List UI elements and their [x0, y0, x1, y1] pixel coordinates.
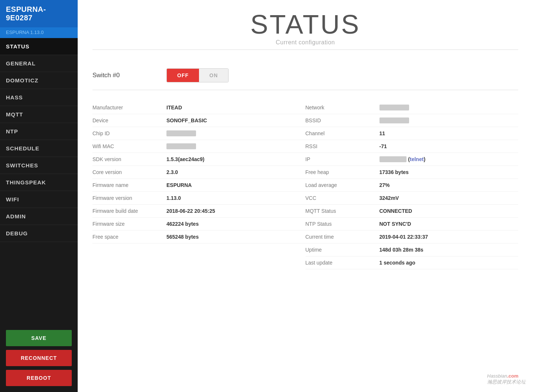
sidebar-item-wifi[interactable]: WIFI [0, 191, 78, 208]
right-info-row: RSSI-71 [306, 140, 519, 153]
info-key: Wifi MAC [92, 143, 166, 149]
right-info-row: Last update1 seconds ago [306, 256, 519, 269]
right-info-row: IP192.168.x.x (telnet) [306, 153, 519, 166]
sidebar-item-mqtt[interactable]: MQTT [0, 106, 78, 123]
info-key: BSSID [306, 117, 379, 123]
info-value: 2.3.0 [166, 169, 178, 175]
info-value: 1.5.3(aec24ac9) [166, 156, 205, 162]
left-info-row: Core version2.3.0 [92, 166, 306, 179]
sidebar-item-hass[interactable]: HASS [0, 89, 78, 106]
toggle-off-button[interactable]: OFF [167, 69, 199, 82]
info-key: Firmware name [92, 182, 166, 188]
reconnect-button[interactable]: RECONNECT [6, 350, 72, 366]
right-info-row: Free heap17336 bytes [306, 166, 519, 179]
info-key: MQTT Status [306, 208, 379, 214]
right-info-row: VCC3242mV [306, 192, 519, 205]
left-info-row: Firmware build date2018-06-22 20:45:25 [92, 205, 306, 218]
left-info-row: Firmware size462224 bytes [92, 218, 306, 231]
info-value: SONOFF_BASIC [166, 117, 207, 123]
right-info-row: NTP StatusNOT SYNC'D [306, 218, 519, 231]
sidebar-item-general[interactable]: GENERAL [0, 55, 78, 72]
info-value: NOT SYNC'D [379, 221, 411, 227]
left-info-row: Free space565248 bytes [92, 231, 306, 243]
info-value: 2019-04-01 22:33:37 [379, 234, 428, 240]
reboot-button[interactable]: REBOOT [6, 370, 72, 386]
info-key: Channel [306, 130, 379, 136]
sidebar-item-domoticz[interactable]: DOMOTICZ [0, 72, 78, 89]
sidebar-version: ESPURNA 1.13.0 [0, 27, 78, 38]
info-value: 1 seconds ago [379, 260, 415, 266]
save-button[interactable]: SAVE [6, 330, 72, 346]
info-key: Load average [306, 182, 379, 188]
sidebar-item-switches[interactable]: SWITCHES [0, 157, 78, 174]
switch-label: Switch #0 [92, 72, 166, 79]
info-value[interactable]: 192.168.x.x (telnet) [379, 156, 426, 162]
sidebar-item-schedule[interactable]: SCHEDULE [0, 140, 78, 157]
right-info-row: Current time2019-04-01 22:33:37 [306, 231, 519, 243]
info-value: 565248 bytes [166, 234, 199, 240]
info-value [166, 130, 196, 136]
toggle-on-button[interactable]: ON [199, 69, 228, 82]
info-value [166, 143, 196, 149]
info-key: RSSI [306, 143, 379, 149]
left-info-row: DeviceSONOFF_BASIC [92, 114, 306, 127]
info-value: 2018-06-22 20:45:25 [166, 208, 215, 214]
sidebar-item-admin[interactable]: ADMIN [0, 208, 78, 225]
info-key: Free heap [306, 169, 379, 175]
info-value [379, 117, 409, 123]
right-info-row: Load average27% [306, 179, 519, 192]
sidebar-title: ESPURNA-9E0287 [0, 0, 78, 27]
left-info-row: Firmware version1.13.0 [92, 192, 306, 205]
info-key: Current time [306, 234, 379, 240]
info-key: NTP Status [306, 221, 379, 227]
watermark-com: .com [507, 373, 518, 379]
right-info-row: Channel11 [306, 127, 519, 140]
info-key: Network [306, 105, 379, 110]
info-key: Last update [306, 260, 379, 266]
toggle-group: OFF ON [166, 68, 229, 82]
sidebar-item-status[interactable]: STATUS [0, 38, 78, 55]
info-key: VCC [306, 195, 379, 201]
page-subtitle: Current configuration [92, 39, 518, 46]
left-info-row: ManufacturerITEAD [92, 101, 306, 114]
info-value: 1.13.0 [166, 195, 181, 201]
watermark: Hassbian.com 瀚思彼岸技术论坛 [487, 373, 526, 385]
info-value: ITEAD [166, 105, 182, 110]
info-key: IP [306, 156, 379, 162]
info-key: Uptime [306, 247, 379, 253]
left-info-row: SDK version1.5.3(aec24ac9) [92, 153, 306, 166]
left-info-row: Wifi MAC [92, 140, 306, 153]
sidebar-item-thingspeak[interactable]: THINGSPEAK [0, 174, 78, 191]
main-content: STATUS Current configuration Switch #0 O… [78, 0, 533, 392]
info-value: 27% [379, 182, 390, 188]
right-info-row: BSSID [306, 114, 519, 127]
info-key: Manufacturer [92, 105, 166, 110]
info-key: Device [92, 117, 166, 123]
info-value: 462224 bytes [166, 221, 199, 227]
info-value: CONNECTED [379, 208, 412, 214]
info-key: Chip ID [92, 130, 166, 136]
nav-menu: STATUSGENERALDOMOTICZHASSMQTTNTPSCHEDULE… [0, 38, 78, 242]
sidebar-item-debug[interactable]: DEBUG [0, 225, 78, 242]
info-value: ESPURNA [166, 182, 192, 188]
info-value [379, 105, 409, 110]
info-key: Firmware build date [92, 208, 166, 214]
info-key: Firmware version [92, 195, 166, 201]
info-value: 11 [379, 130, 385, 136]
left-info-row: Firmware nameESPURNA [92, 179, 306, 192]
switch-section: Switch #0 OFF ON [92, 61, 518, 90]
info-key: SDK version [92, 156, 166, 162]
info-key: Core version [92, 169, 166, 175]
page-header: STATUS Current configuration [92, 0, 518, 50]
telnet-link[interactable]: telnet [410, 156, 424, 162]
watermark-text: Hassbian [487, 373, 507, 379]
right-info-col: Network BSSID Channel11RSSI-71IP192.168.… [306, 101, 519, 269]
info-key: Firmware size [92, 221, 166, 227]
sidebar-buttons: SAVE RECONNECT REBOOT [0, 324, 78, 392]
left-info-row: Chip ID [92, 127, 306, 140]
info-value: 148d 03h 28m 38s [379, 247, 424, 253]
page-title: STATUS [92, 11, 518, 38]
sidebar-item-ntp[interactable]: NTP [0, 123, 78, 140]
right-info-row: Network [306, 101, 519, 114]
right-info-row: MQTT StatusCONNECTED [306, 205, 519, 218]
